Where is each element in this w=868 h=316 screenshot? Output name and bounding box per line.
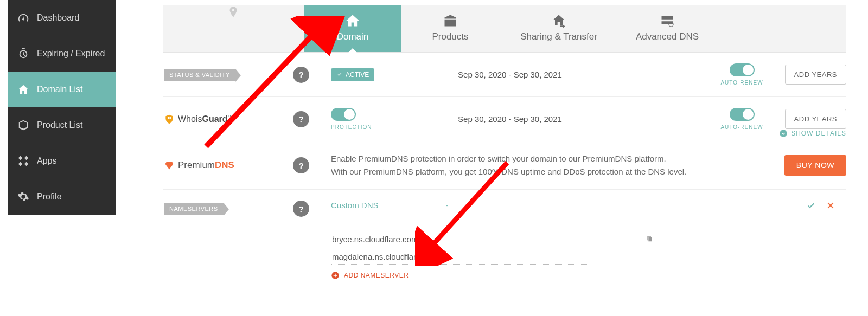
confirm-icon[interactable] [806, 201, 816, 210]
tabs-filler [163, 5, 304, 52]
help-icon[interactable]: ? [293, 67, 309, 83]
premiumdns-description: Enable PremiumDNS protection in order to… [331, 152, 784, 178]
tab-sharing-transfer[interactable]: Sharing & Transfer [499, 5, 618, 52]
main-content: Domain Products Sharing & Transfer Advan… [163, 0, 846, 316]
sidebar-item-label: Dashboard [37, 13, 79, 23]
premiumdns-brand: PremiumDNS [164, 160, 293, 171]
add-years-button[interactable]: ADD YEARS [785, 65, 846, 85]
house-icon [17, 83, 29, 95]
active-badge-text: ACTIVE [346, 71, 369, 79]
tab-label: Sharing & Transfer [520, 31, 597, 42]
nameservers-select[interactable]: Custom DNS [331, 201, 450, 211]
server-icon [660, 13, 675, 28]
sidebar-item-expiring[interactable]: Expiring / Expired [8, 36, 116, 72]
box-icon [443, 13, 458, 28]
plus-icon [331, 271, 340, 280]
chevron-down-icon [779, 129, 788, 138]
show-details-link[interactable]: SHOW DETAILS [779, 129, 846, 138]
active-badge: ACTIVE [331, 68, 374, 81]
gear-icon [17, 191, 29, 203]
sidebar-item-domain-list[interactable]: Domain List [8, 72, 116, 107]
autorenew-label: AUTO-RENEW [720, 80, 763, 86]
whois-dates: Sep 30, 2020 - Sep 30, 2021 [418, 114, 602, 124]
protection-label: PROTECTION [331, 124, 372, 130]
sidebar-item-label: Product List [37, 120, 82, 130]
nameserver-2-input[interactable] [331, 249, 591, 265]
apps-icon [17, 155, 29, 167]
gauge-icon [17, 12, 29, 24]
status-row: STATUS & VALIDITY ? ACTIVE Sep 30, 2020 … [163, 53, 846, 97]
help-icon[interactable]: ? [293, 111, 309, 127]
add-years-button[interactable]: ADD YEARS [785, 109, 846, 129]
sidebar: Dashboard Expiring / Expired Domain List… [8, 0, 116, 215]
svg-point-2 [780, 130, 787, 137]
tab-advanced-dns[interactable]: Advanced DNS [618, 5, 716, 52]
status-dates: Sep 30, 2020 - Sep 30, 2021 [418, 70, 602, 79]
pin-icon [226, 5, 240, 20]
whois-protection-toggle[interactable] [331, 108, 356, 121]
status-autorenew-toggle[interactable] [730, 63, 755, 76]
buy-now-button[interactable]: BUY NOW [784, 155, 846, 176]
sidebar-item-dashboard[interactable]: Dashboard [8, 0, 116, 36]
nameservers-row: NAMESERVERS ? Custom DNS ADD NAMESERVER [163, 190, 846, 292]
help-icon[interactable]: ? [293, 201, 309, 217]
whoisguard-brand: WhoisGuard™ [164, 114, 293, 125]
stopwatch-icon [17, 48, 29, 60]
whoisguard-row: WhoisGuard™ ? PROTECTION Sep 30, 2020 - … [163, 97, 846, 141]
sidebar-item-product-list[interactable]: Product List [8, 107, 116, 143]
whois-autorenew-toggle[interactable] [730, 108, 755, 121]
show-details-label: SHOW DETAILS [791, 130, 846, 137]
cancel-icon[interactable] [826, 201, 835, 210]
nameservers-select-label: Custom DNS [331, 201, 379, 210]
caret-down-icon [444, 202, 450, 209]
tab-label: Products [432, 31, 468, 42]
tab-products[interactable]: Products [401, 5, 499, 52]
svg-point-1 [169, 117, 171, 118]
nameserver-1-input[interactable] [331, 232, 591, 247]
premiumdns-row: PremiumDNS ? Enable PremiumDNS protectio… [163, 141, 846, 190]
svg-point-0 [168, 117, 169, 118]
add-nameserver-label: ADD NAMESERVER [344, 272, 409, 279]
tab-label: Domain [337, 31, 369, 42]
sidebar-item-profile[interactable]: Profile [8, 179, 116, 215]
autorenew-label: AUTO-RENEW [720, 124, 763, 130]
shield-icon [164, 114, 175, 125]
help-icon[interactable]: ? [293, 157, 309, 173]
sidebar-item-apps[interactable]: Apps [8, 143, 116, 179]
copy-icon[interactable] [646, 234, 654, 243]
status-tag: STATUS & VALIDITY [164, 69, 235, 81]
sidebar-item-label: Expiring / Expired [37, 49, 105, 59]
sidebar-item-label: Profile [37, 192, 61, 202]
tab-domain[interactable]: Domain [304, 5, 401, 52]
sidebar-item-label: Domain List [37, 85, 82, 94]
nameservers-tag: NAMESERVERS [164, 203, 224, 215]
tabs: Domain Products Sharing & Transfer Advan… [163, 5, 846, 53]
tab-label: Advanced DNS [636, 31, 699, 42]
share-icon [551, 13, 566, 28]
box-icon [17, 119, 29, 131]
diamond-icon [164, 160, 175, 171]
add-nameserver-link[interactable]: ADD NAMESERVER [331, 271, 409, 280]
check-icon [336, 72, 343, 78]
sidebar-item-label: Apps [37, 156, 56, 166]
house-icon [345, 13, 360, 28]
